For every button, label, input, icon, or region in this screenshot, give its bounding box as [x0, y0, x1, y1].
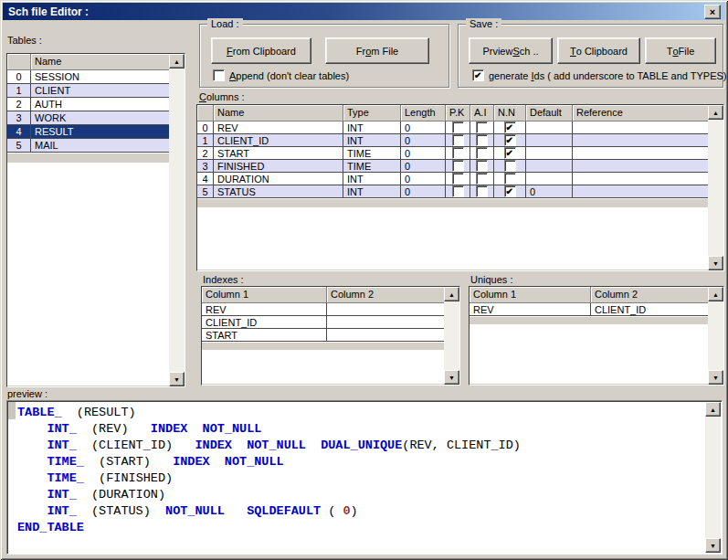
table-row[interactable]: 0 SESSION: [7, 70, 169, 84]
column-cell-length[interactable]: 0: [401, 173, 446, 185]
column-row[interactable]: 1 CLIENT_ID INT 0: [197, 134, 708, 147]
pk-checkbox[interactable]: [452, 134, 464, 146]
column-cell-reference[interactable]: [573, 147, 708, 159]
table-row-name[interactable]: AUTH: [31, 98, 169, 111]
scroll-down-icon[interactable]: ▼: [705, 538, 721, 553]
column-cell-reference[interactable]: [573, 160, 708, 172]
nn-checkbox[interactable]: [504, 147, 516, 159]
column-row[interactable]: 0 REV INT 0: [197, 122, 708, 134]
scroll-up-icon[interactable]: ▲: [705, 402, 721, 417]
titlebar[interactable]: Sch file Editor : ×: [3, 3, 725, 20]
table-row[interactable]: 5 MAIL: [7, 139, 169, 153]
columns-scrollbar[interactable]: ▲ ▼: [708, 105, 723, 270]
table-row-index[interactable]: 2: [7, 98, 31, 111]
table-row-index[interactable]: 3: [7, 111, 31, 124]
column-cell-name[interactable]: CLIENT_ID: [214, 134, 343, 146]
pk-checkbox[interactable]: [452, 122, 464, 133]
column-cell-name[interactable]: FINISHED: [214, 160, 343, 172]
uniques-scrollbar[interactable]: ▲ ▼: [708, 287, 723, 385]
scroll-down-icon[interactable]: ▼: [169, 372, 185, 386]
column-cell-type[interactable]: TIME: [343, 160, 401, 172]
column-cell-length[interactable]: 0: [401, 160, 446, 172]
table-row-index[interactable]: 1: [7, 84, 31, 97]
column-cell-nn[interactable]: [494, 160, 526, 172]
nn-checkbox[interactable]: [504, 134, 516, 146]
column-cell-nn[interactable]: [494, 185, 526, 197]
pk-checkbox[interactable]: [452, 173, 464, 185]
column-cell-ai[interactable]: [470, 160, 494, 172]
to-file-button[interactable]: To File: [645, 37, 716, 64]
scroll-up-icon[interactable]: ▲: [708, 105, 723, 120]
column-cell-pk[interactable]: [446, 147, 470, 159]
index-cell-col2[interactable]: [327, 303, 444, 315]
column-cell-name[interactable]: DURATION: [214, 173, 343, 185]
column-cell-default[interactable]: [526, 147, 573, 159]
column-cell-nn[interactable]: [494, 122, 526, 133]
column-cell-reference[interactable]: [573, 134, 708, 146]
table-row[interactable]: 4 RESULT: [7, 125, 169, 139]
index-cell-col2[interactable]: [327, 316, 444, 328]
column-cell-name[interactable]: START: [214, 147, 343, 159]
ai-checkbox[interactable]: [476, 173, 488, 185]
index-row[interactable]: START: [202, 329, 444, 342]
index-cell-col1[interactable]: CLIENT_ID: [202, 316, 327, 328]
column-cell-type[interactable]: INT: [343, 134, 401, 146]
pk-checkbox[interactable]: [452, 185, 464, 197]
column-row[interactable]: 3 FINISHED TIME 0: [197, 160, 708, 173]
table-row-index[interactable]: 5: [7, 139, 31, 152]
nn-checkbox[interactable]: [504, 185, 516, 197]
column-cell-ai[interactable]: [470, 173, 494, 185]
scroll-down-icon[interactable]: ▼: [708, 370, 723, 385]
column-cell-nn[interactable]: [494, 134, 526, 146]
column-cell-index[interactable]: 4: [197, 173, 214, 185]
ai-checkbox[interactable]: [476, 160, 488, 172]
column-cell-type[interactable]: INT: [343, 122, 401, 133]
scroll-up-icon[interactable]: ▲: [169, 54, 185, 69]
table-row-name[interactable]: SESSION: [31, 70, 169, 83]
index-cell-col1[interactable]: START: [202, 329, 327, 341]
column-cell-type[interactable]: INT: [343, 173, 401, 185]
column-cell-index[interactable]: 3: [197, 160, 214, 172]
preview-code[interactable]: TABLE_ (RESULT) INT_ (REV) INDEX NOT_NUL…: [8, 402, 705, 553]
column-cell-length[interactable]: 0: [401, 122, 446, 133]
column-cell-name[interactable]: REV: [214, 122, 343, 133]
scroll-up-icon[interactable]: ▲: [444, 287, 459, 301]
unique-row[interactable]: REV CLIENT_ID: [470, 303, 708, 316]
tables-scrollbar[interactable]: ▲ ▼: [169, 54, 185, 386]
table-row-index[interactable]: 4: [7, 125, 31, 138]
nn-checkbox[interactable]: [504, 160, 516, 172]
column-cell-length[interactable]: 0: [401, 147, 446, 159]
column-cell-default[interactable]: [526, 134, 573, 146]
scroll-down-icon[interactable]: ▼: [444, 370, 459, 385]
column-cell-pk[interactable]: [446, 160, 470, 172]
pk-checkbox[interactable]: [452, 160, 464, 172]
column-cell-ai[interactable]: [470, 134, 494, 146]
table-row[interactable]: 1 CLIENT: [7, 84, 169, 98]
column-cell-index[interactable]: 0: [197, 122, 214, 133]
table-row-name[interactable]: CLIENT: [31, 84, 169, 97]
unique-cell-col1[interactable]: REV: [470, 303, 591, 315]
preview-scrollbar[interactable]: ▲ ▼: [705, 402, 721, 553]
index-cell-col2[interactable]: [327, 329, 444, 341]
scroll-down-icon[interactable]: ▼: [708, 256, 723, 270]
column-cell-index[interactable]: 5: [197, 185, 214, 197]
column-cell-pk[interactable]: [446, 185, 470, 197]
ai-checkbox[interactable]: [476, 134, 488, 146]
ai-checkbox[interactable]: [476, 122, 488, 133]
table-row-name[interactable]: MAIL: [31, 139, 169, 152]
column-cell-default[interactable]: [526, 122, 573, 133]
column-cell-type[interactable]: TIME: [343, 147, 401, 159]
generate-ids-checkbox-label[interactable]: generate Ids ( add underscore to TABLE a…: [489, 70, 727, 81]
nn-checkbox[interactable]: [504, 122, 516, 133]
column-cell-type[interactable]: INT: [343, 185, 401, 197]
column-cell-ai[interactable]: [470, 122, 494, 133]
table-row-index[interactable]: 0: [7, 70, 31, 83]
index-cell-col1[interactable]: REV: [202, 303, 327, 315]
indexes-scrollbar[interactable]: ▲ ▼: [444, 287, 459, 385]
column-cell-nn[interactable]: [494, 173, 526, 185]
nn-checkbox[interactable]: [504, 173, 516, 185]
table-row-name[interactable]: RESULT: [31, 125, 169, 138]
to-clipboard-button[interactable]: To Clipboard: [557, 37, 640, 64]
ai-checkbox[interactable]: [476, 185, 488, 197]
unique-cell-col2[interactable]: CLIENT_ID: [591, 303, 708, 315]
